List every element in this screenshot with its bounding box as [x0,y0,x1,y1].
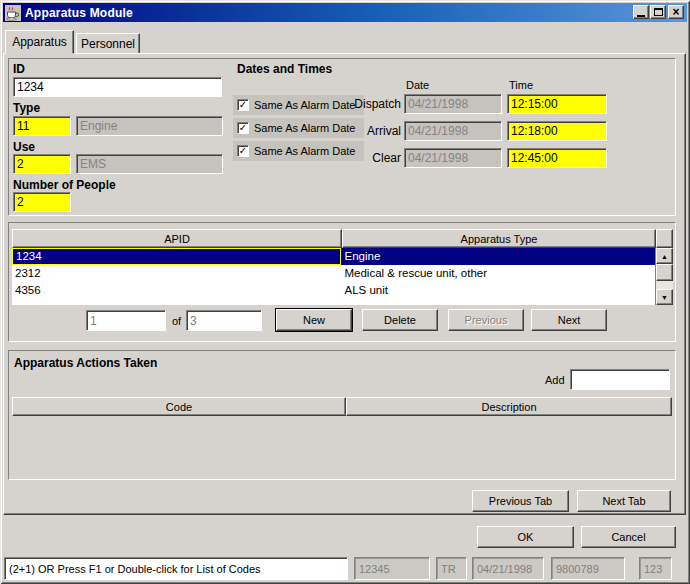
scrollbar-header-cap [656,229,673,248]
check-icon: ✓ [239,146,247,156]
arrival-time-input[interactable] [507,121,607,141]
next-button[interactable]: Next [531,309,607,331]
tab-personnel[interactable]: Personnel [76,33,140,54]
scroll-up-icon: ▲ [661,253,668,260]
arrival-date-field [404,121,502,141]
title-bar[interactable]: Apparatus Module × [3,3,687,22]
maximize-button[interactable] [650,5,666,19]
apparatus-table-body: 1234 Engine 2312 Medical & rescue unit, … [12,248,656,305]
scroll-down-button[interactable]: ▼ [656,289,673,305]
add-label: Add [545,374,565,386]
apparatus-type-column-header[interactable]: Apparatus Type [342,229,656,248]
new-button[interactable]: New [276,309,352,331]
check-icon: ✓ [239,123,247,133]
type-label: Type [13,101,40,115]
same-as-alarm-label: Same As Alarm Date [254,122,356,134]
arrival-label: Arrival [345,124,401,138]
apid-cell: 2312 [12,265,341,282]
tab-apparatus-label: Apparatus [12,35,67,49]
use-description-field [76,154,223,174]
window-title: Apparatus Module [25,6,133,20]
table-scrollbar[interactable]: ▲ ▼ [656,248,673,305]
number-of-people-label: Number of People [13,178,116,192]
add-code-input[interactable] [570,369,670,390]
same-as-alarm-label: Same As Alarm Date [254,99,356,111]
id-label: ID [13,62,25,76]
status-field-code: TR [436,557,467,580]
type-cell: Engine [341,248,655,265]
close-icon: × [672,7,679,17]
cancel-button[interactable]: Cancel [581,526,676,548]
record-total-input [186,310,262,331]
record-number-input[interactable] [86,310,166,331]
next-tab-button[interactable]: Next Tab [577,490,671,512]
scroll-down-icon: ▼ [661,294,668,301]
id-input[interactable] [13,77,222,97]
type-cell: Medical & rescue unit, other [341,265,655,282]
use-label: Use [13,140,35,154]
type-code-input[interactable] [13,116,71,136]
clear-time-input[interactable] [507,148,607,168]
ok-button[interactable]: OK [477,526,574,548]
close-button[interactable]: × [668,5,684,19]
status-field-exposure: 123 [639,557,672,580]
apid-cell: 1234 [12,248,341,265]
status-message: (2+1) OR Press F1 or Double-click for Li… [4,557,348,580]
scrollbar-thumb[interactable] [656,264,673,281]
same-as-alarm-checkbox-clear[interactable]: ✓ [237,145,249,157]
description-column-header[interactable]: Description [346,397,672,416]
date-column-header: Date [406,79,429,91]
same-as-alarm-checkbox-arrival[interactable]: ✓ [237,122,249,134]
code-column-header[interactable]: Code [12,397,346,416]
scroll-up-button[interactable]: ▲ [656,248,673,264]
clear-label: Clear [345,151,401,165]
table-row[interactable]: 4356 ALS unit [12,282,655,299]
status-field-incident: 9800789 [551,557,625,580]
dispatch-time-input[interactable] [507,94,607,114]
tab-apparatus[interactable]: Apparatus [5,30,74,54]
type-cell: ALS unit [341,282,655,299]
time-column-header: Time [509,79,533,91]
minimize-button[interactable] [633,5,649,19]
previous-button: Previous [448,309,524,331]
tab-personnel-label: Personnel [81,37,135,51]
dates-times-heading: Dates and Times [237,62,332,76]
apid-column-header[interactable]: APID [12,229,342,248]
previous-tab-button[interactable]: Previous Tab [472,490,569,512]
check-icon: ✓ [239,100,247,110]
table-row[interactable]: 1234 Engine [12,248,655,265]
table-row[interactable]: 2312 Medical & rescue unit, other [12,265,655,282]
use-code-input[interactable] [13,154,71,174]
maximize-icon [654,8,663,16]
clear-date-field [404,148,502,168]
type-description-field [76,116,223,136]
status-field-fdid: 12345 [354,557,430,580]
same-as-alarm-checkbox-dispatch[interactable]: ✓ [237,99,249,111]
dispatch-date-field [404,94,502,114]
actions-taken-heading: Apparatus Actions Taken [14,356,157,370]
delete-button[interactable]: Delete [362,309,438,331]
same-as-alarm-label: Same As Alarm Date [254,145,356,157]
of-label: of [172,315,181,327]
app-icon [5,5,21,21]
apparatus-module-window: Apparatus Module × Apparatus Personnel I… [0,0,690,584]
number-of-people-input[interactable] [13,192,71,212]
dispatch-label: Dispatch [345,97,401,111]
apid-cell: 4356 [12,282,341,299]
minimize-icon [637,15,645,17]
status-field-date: 04/21/1998 [472,557,544,580]
